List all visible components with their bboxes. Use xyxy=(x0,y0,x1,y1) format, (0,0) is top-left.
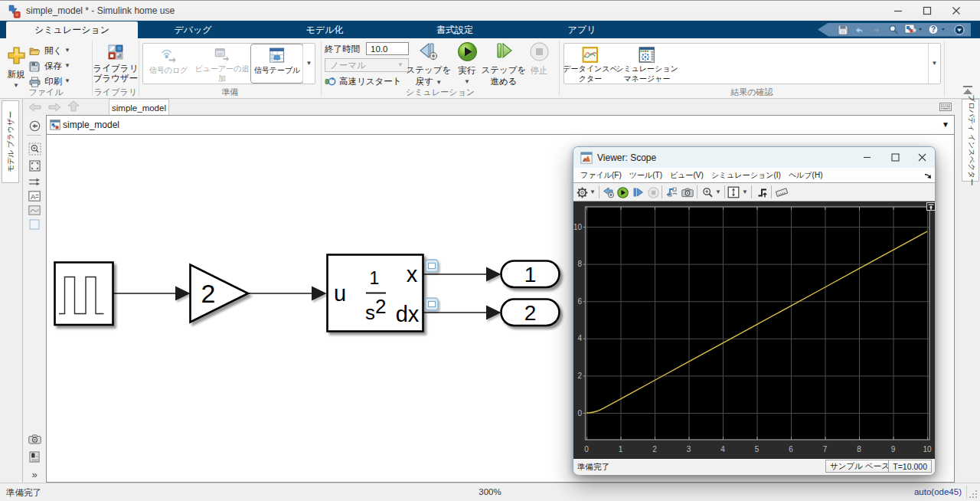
open-button[interactable]: 開く xyxy=(29,45,62,57)
up-arrow-icon xyxy=(67,100,80,112)
prepare-group-label: 準備 xyxy=(139,87,321,98)
quick-undo-button[interactable] xyxy=(854,24,865,35)
window-minimize-button[interactable] xyxy=(884,1,913,21)
outport-1-block[interactable]: 1 xyxy=(501,261,560,288)
scope-titlebar[interactable]: Viewer: Scope xyxy=(573,147,935,168)
scope-close-button[interactable] xyxy=(910,147,933,167)
scope-dock-icon[interactable] xyxy=(924,173,932,179)
fast-restart-button[interactable]: 高速リスタート xyxy=(325,76,402,87)
scope-menu-file[interactable]: ファイル(F) xyxy=(580,170,622,181)
library-browser-button[interactable]: ライブラリ ブラウザー xyxy=(93,44,139,83)
tab-debug[interactable]: デバッグ xyxy=(153,21,233,38)
scope-stop-button[interactable] xyxy=(647,186,659,198)
fit-to-view-button[interactable] xyxy=(26,158,43,173)
signal-selector-icon xyxy=(666,187,678,198)
quick-redo-button[interactable] xyxy=(871,24,882,35)
status-solver-link[interactable]: auto(ode45) xyxy=(914,487,962,496)
signal-log-button[interactable]: 信号のログ xyxy=(149,44,188,84)
scope-zoom-button[interactable] xyxy=(701,186,714,198)
keyboard-shortcuts-button[interactable] xyxy=(939,101,952,113)
document-tab[interactable]: simple_model xyxy=(109,99,169,116)
tab-modeling[interactable]: モデル化 xyxy=(285,21,364,38)
quick-search-button[interactable] xyxy=(887,24,899,35)
scope-signal-selector-button[interactable] xyxy=(666,186,678,198)
integrator-block[interactable]: u 1 s 2 x dx xyxy=(328,255,423,332)
window-maximize-button[interactable] xyxy=(913,1,942,21)
wire-gain-to-integrator[interactable] xyxy=(248,287,327,301)
scope-settings-caret[interactable]: ▼ xyxy=(589,186,596,198)
scope-fit-to-view-button[interactable] xyxy=(727,186,740,198)
wire-source-to-gain[interactable] xyxy=(113,287,191,301)
viewer-badge-dx[interactable] xyxy=(426,298,438,310)
gain-block[interactable]: 2 xyxy=(191,265,249,323)
new-button[interactable]: 新規 ▼ xyxy=(5,46,28,89)
scope-toolbar-separator xyxy=(599,185,599,198)
palette-expand-button[interactable]: » xyxy=(26,467,43,482)
print-dropdown-caret[interactable]: ▼ xyxy=(64,78,70,84)
quick-help-button[interactable]: ? xyxy=(928,24,948,35)
quick-new-model-button[interactable] xyxy=(904,24,923,35)
scope-snapshot-button[interactable] xyxy=(681,186,694,198)
scope-plot-area[interactable]: 0123456789100246810 xyxy=(573,201,935,459)
save-dropdown-caret[interactable]: ▼ xyxy=(64,63,70,69)
mode-combo-caret: ▼ xyxy=(397,62,403,68)
step-forward-button[interactable]: ステップを 進める xyxy=(481,41,527,87)
save-button[interactable]: 保存 xyxy=(29,61,62,72)
scope-menu-view[interactable]: ビュー(V) xyxy=(670,170,704,181)
step-back-button[interactable]: ステップを 戻す ▼ xyxy=(406,41,452,87)
model-browser-tab[interactable]: モデル ブラウザー xyxy=(2,100,19,183)
scope-zoom-caret[interactable]: ▼ xyxy=(714,186,722,198)
nav-up-button[interactable] xyxy=(67,100,80,115)
data-inspector-button[interactable]: データインスペ クター xyxy=(563,44,617,84)
pulse-generator-block[interactable] xyxy=(55,263,113,326)
scope-menu-tools[interactable]: ツール(T) xyxy=(629,170,662,181)
signal-lines-button[interactable] xyxy=(26,174,43,189)
scope-expand-axes-button[interactable] xyxy=(926,202,936,211)
scope-trigger-button[interactable] xyxy=(756,186,769,198)
zoom-indicator-button[interactable] xyxy=(26,141,43,156)
scope-settings-button[interactable] xyxy=(576,186,588,198)
quick-overflow-button[interactable] xyxy=(953,24,965,35)
scope-maximize-button[interactable] xyxy=(884,147,906,167)
file-group-label: ファイル xyxy=(0,87,92,98)
prepare-gallery-caret[interactable]: ▼ xyxy=(302,44,315,84)
nav-back-button[interactable] xyxy=(28,101,42,115)
image-button[interactable] xyxy=(26,202,43,218)
scope-menu-help[interactable]: ヘルプ(H) xyxy=(789,170,823,181)
run-button[interactable]: 実行 ▼ xyxy=(450,41,484,85)
simulation-mode-combo[interactable]: ノーマル ▼ xyxy=(325,58,409,72)
window-close-button[interactable] xyxy=(942,1,971,21)
add-viewer-button[interactable]: ビューアーの追 加 xyxy=(195,44,250,84)
signal-table-button[interactable]: 信号テーブル xyxy=(250,44,303,84)
breadcrumb-model-name[interactable]: simple_model xyxy=(63,120,119,130)
tab-format[interactable]: 書式設定 xyxy=(415,21,495,38)
open-dropdown-caret[interactable]: ▼ xyxy=(64,47,70,54)
screenshot-button[interactable] xyxy=(26,431,43,447)
annotation-button[interactable]: A xyxy=(26,188,43,204)
property-inspector-tab[interactable]: プロパティ インスペクター xyxy=(962,99,979,182)
scope-run-button[interactable] xyxy=(616,186,629,198)
print-button[interactable]: 印刷 xyxy=(29,76,62,87)
scope-minimize-button[interactable] xyxy=(855,147,878,167)
results-gallery-caret[interactable]: ▼ xyxy=(928,44,940,84)
results-gallery: データインスペ クター シミュレーション xyxy=(564,43,941,84)
scope-menu-simulation[interactable]: シミュレーション(I) xyxy=(711,170,781,181)
tab-apps[interactable]: アプリ xyxy=(545,21,619,38)
area-box-button[interactable] xyxy=(26,217,43,232)
breadcrumb-caret[interactable]: ▼ xyxy=(942,120,949,129)
resize-grip-icon[interactable] xyxy=(969,490,978,499)
nav-forward-button[interactable] xyxy=(47,101,61,115)
outport-2-block[interactable]: 2 xyxy=(501,300,560,326)
scope-step-forward-button[interactable] xyxy=(632,186,644,198)
scope-highlight-block-button[interactable] xyxy=(603,186,615,198)
stop-time-input[interactable] xyxy=(366,42,409,55)
viewer-badge-x[interactable] xyxy=(426,260,438,272)
scope-fit-caret[interactable]: ▼ xyxy=(741,186,749,198)
simulation-manager-button[interactable]: シミュレーション マネージャー xyxy=(616,44,678,84)
hide-model-browser-button[interactable] xyxy=(26,118,43,133)
report-button[interactable] xyxy=(26,449,43,464)
scope-measurements-button[interactable] xyxy=(776,186,788,198)
tab-simulation[interactable]: シミュレーション xyxy=(6,21,138,38)
quick-save-button[interactable] xyxy=(837,24,848,35)
stop-button[interactable]: 停止 xyxy=(522,41,556,77)
